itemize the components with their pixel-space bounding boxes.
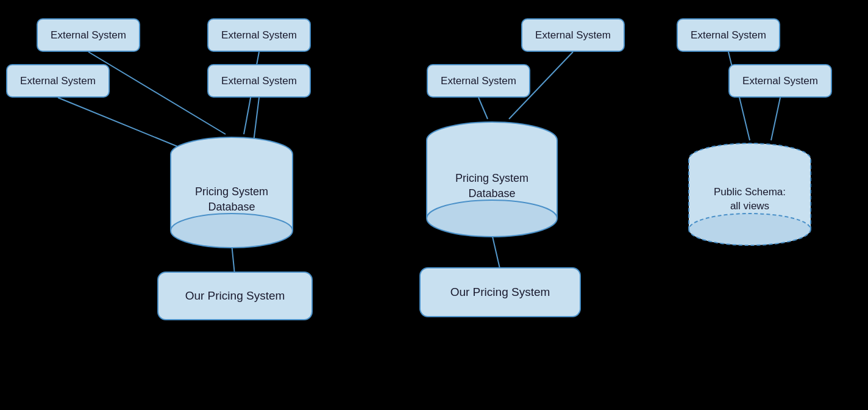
svg-text:Database: Database [208, 201, 255, 213]
system-box-col2: Our Pricing System [419, 267, 581, 317]
ext-box-col2-top-right: External System [677, 18, 780, 52]
svg-text:Public Schema:: Public Schema: [714, 186, 786, 198]
svg-line-8 [771, 98, 780, 140]
svg-point-26 [689, 214, 811, 245]
database-col2-public: Public Schema: all views [686, 137, 814, 250]
svg-text:all views: all views [730, 200, 769, 212]
ext-box-col2-mid-left: External System [427, 64, 530, 98]
svg-point-19 [427, 200, 557, 237]
ext-box-col2-mid-right: External System [728, 64, 832, 98]
svg-text:Database: Database [468, 187, 515, 200]
ext-box-col2-top-left: External System [521, 18, 625, 52]
svg-point-12 [171, 214, 293, 248]
database-col1: Pricing System Database [168, 131, 296, 250]
ext-box-col1-mid-right: External System [207, 64, 311, 98]
database-col1-svg: Pricing System Database [168, 131, 296, 250]
database-col2-svg: Pricing System Database [424, 116, 561, 238]
ext-box-col1-mid-left: External System [6, 64, 110, 98]
ext-box-col1-top-right: External System [207, 18, 311, 52]
database-col2: Pricing System Database [424, 116, 561, 238]
ext-box-col1-top-left: External System [37, 18, 140, 52]
svg-text:Pricing System: Pricing System [195, 185, 268, 198]
diagram-canvas: External System External System External… [0, 0, 868, 410]
svg-text:Pricing System: Pricing System [455, 172, 528, 184]
system-box-col1: Our Pricing System [157, 272, 313, 320]
database-col2-public-svg: Public Schema: all views [686, 137, 814, 250]
